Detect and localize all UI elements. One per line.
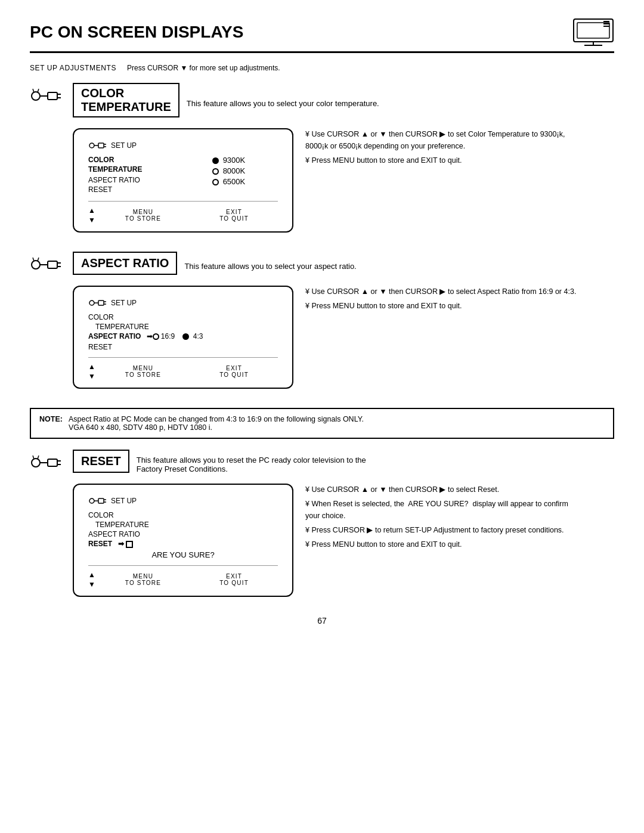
quit-label-2: TO QUIT (219, 371, 249, 378)
osd-arrows-3: ▲ ▼ (88, 571, 96, 589)
osd-item-color-3: COLOR (88, 511, 278, 519)
reset-header: RESET This feature allows you to reset t… (73, 450, 614, 479)
svg-point-7 (32, 92, 40, 100)
reset-instruction-2: ¥ When Reset is selected, the ARE YOU SU… (305, 498, 580, 522)
reset-osd: SET UP COLOR TEMPERATURE ASPECT RATIO RE… (73, 484, 293, 597)
osd-connector-icon-3 (88, 496, 106, 506)
reset-section: RESET This feature allows you to reset t… (30, 450, 614, 602)
osd-setup-label-3: SET UP (111, 497, 137, 505)
reset-desc: This feature allows you to reset the PC … (137, 456, 366, 473)
svg-line-12 (33, 89, 34, 92)
menu-label-2: MENU (125, 365, 161, 371)
osd-arrows-2: ▲ ▼ (88, 363, 96, 380)
quit-label-3: TO QUIT (219, 580, 249, 586)
aspect-ratio-desc: This feature allows you to select your a… (184, 262, 356, 271)
setup-adjustments-row: SET UP ADJUSTMENTS Press CURSOR ▼ for mo… (30, 64, 614, 72)
aspect-ratio-instructions: ¥ Use CURSOR ▲ or ▼ then CURSOR ▶ to sel… (305, 286, 576, 314)
page-number: 67 (30, 616, 614, 625)
menu-label-3: MENU (125, 573, 161, 580)
exit-label-2: EXIT (219, 365, 249, 371)
svg-point-38 (89, 498, 94, 503)
ct-instruction-2: ¥ Press MENU button to store and EXIT to… (305, 154, 580, 166)
color-temperature-header: COLOR TEMPERATURE This feature allows yo… (73, 83, 614, 123)
color-temperature-osd: SET UP COLOR TEMPERATURE ASPECT RATIO RE… (73, 128, 293, 233)
svg-rect-5 (603, 23, 609, 24)
quit-label-1: TO QUIT (219, 215, 249, 222)
svg-rect-33 (48, 459, 57, 466)
osd-item-reset: RESET (88, 185, 212, 194)
osd-item-aspect: ASPECT RATIO (88, 176, 212, 184)
connector-icon-3 (30, 450, 62, 475)
osd-setup-label-1: SET UP (111, 141, 137, 150)
osd-option-9300: 9300K (212, 156, 278, 165)
osd-arrows-1: ▲ ▼ (88, 206, 96, 224)
radio-filled-9300 (212, 157, 219, 164)
radio-empty-169 (153, 333, 159, 340)
menu-label-1: MENU (125, 209, 161, 215)
note-label: NOTE: (39, 415, 63, 432)
reset-instruction-1: ¥ Use CURSOR ▲ or ▼ then CURSOR ▶ to sel… (305, 484, 580, 496)
svg-point-14 (89, 143, 94, 148)
reset-instruction-4: ¥ Press MENU button to store and EXIT to… (305, 538, 580, 550)
osd-option-8000: 8000K (212, 166, 278, 175)
osd-left-3: COLOR TEMPERATURE ASPECT RATIO RESET ➡ A… (88, 511, 278, 559)
reset-label: RESET (73, 450, 129, 473)
osd-setup-row-3: SET UP (88, 496, 278, 506)
osd-item-color-2: COLOR (88, 313, 278, 321)
svg-rect-9 (48, 92, 57, 100)
osd-left-2: COLOR TEMPERATURE ASPECT RATIO ➡16:9 4:3… (88, 313, 278, 351)
page-title: PC ON SCREEN DISPLAYS (30, 18, 614, 53)
ct-instruction-1: ¥ Use CURSOR ▲ or ▼ then CURSOR ▶ to set… (305, 128, 580, 152)
osd-connector-icon-1 (88, 140, 106, 151)
ar-instruction-1: ¥ Use CURSOR ▲ or ▼ then CURSOR ▶ to sel… (305, 286, 576, 298)
exit-label-1: EXIT (219, 209, 249, 215)
osd-item-temperature: TEMPERATURE (88, 165, 212, 174)
monitor-icon (572, 18, 614, 47)
osd-menu-row-3: ▲ ▼ MENU TO STORE EXIT TO QUIT (88, 565, 278, 589)
osd-option-6500: 6500K (212, 177, 278, 186)
osd-item-temp-2: TEMPERATURE (88, 323, 278, 331)
osd-item-aspect-3: ASPECT RATIO (88, 530, 278, 538)
exit-label-3: EXIT (219, 573, 249, 580)
svg-line-13 (38, 89, 39, 92)
osd-menu-row-1: ▲ ▼ MENU TO STORE EXIT TO QUIT (88, 201, 278, 224)
osd-left-1: COLOR TEMPERATURE ASPECT RATIO RESET (88, 156, 212, 195)
note-text: Aspect Ratio at PC Mode can be changed f… (69, 415, 364, 432)
svg-rect-28 (98, 301, 104, 305)
svg-point-26 (89, 301, 94, 305)
store-label-3: TO STORE (125, 580, 161, 586)
osd-setup-row-2: SET UP (88, 298, 278, 308)
aspect-ratio-osd: SET UP COLOR TEMPERATURE ASPECT RATIO ➡1… (73, 286, 293, 389)
svg-rect-16 (98, 143, 104, 148)
radio-filled-43 (182, 333, 189, 340)
color-temperature-label: COLOR TEMPERATURE (73, 83, 179, 117)
svg-point-19 (32, 261, 40, 269)
osd-item-color: COLOR (88, 156, 212, 164)
osd-item-reset-2: RESET (88, 343, 278, 351)
connector-icon-1 (30, 83, 62, 109)
store-label-2: TO STORE (125, 371, 161, 378)
are-you-sure: ARE YOU SURE? (88, 550, 278, 559)
svg-line-36 (33, 456, 34, 459)
svg-rect-6 (603, 26, 609, 27)
color-temperature-content: COLOR TEMPERATURE This feature allows yo… (73, 83, 614, 237)
ar-instruction-2: ¥ Press MENU button to store and EXIT to… (305, 300, 576, 312)
reset-instruction-3: ¥ Press CURSOR ▶ to return SET-UP Adjust… (305, 524, 580, 536)
reset-square (126, 541, 133, 548)
osd-inner-1: COLOR TEMPERATURE ASPECT RATIO RESET 930… (88, 156, 278, 195)
svg-line-37 (38, 456, 39, 459)
aspect-ratio-content: ASPECT RATIO This feature allows you to … (73, 252, 614, 394)
svg-point-31 (32, 459, 40, 467)
color-temperature-main: SET UP COLOR TEMPERATURE ASPECT RATIO RE… (73, 128, 614, 237)
osd-item-reset-3: RESET ➡ (88, 540, 278, 548)
color-temperature-section: COLOR TEMPERATURE This feature allows yo… (30, 83, 614, 237)
osd-menu-labels-3: MENU TO STORE EXIT TO QUIT (96, 573, 278, 586)
osd-setup-label-2: SET UP (111, 299, 137, 307)
aspect-ratio-header: ASPECT RATIO This feature allows you to … (73, 252, 614, 281)
svg-rect-1 (577, 23, 609, 38)
aspect-ratio-main: SET UP COLOR TEMPERATURE ASPECT RATIO ➡1… (73, 286, 614, 394)
color-temp-instructions: ¥ Use CURSOR ▲ or ▼ then CURSOR ▶ to set… (305, 128, 580, 169)
osd-right-1: 9300K 8000K 6500K (212, 156, 278, 195)
reset-instructions: ¥ Use CURSOR ▲ or ▼ then CURSOR ▶ to sel… (305, 484, 580, 553)
radio-empty-8000 (212, 168, 219, 175)
